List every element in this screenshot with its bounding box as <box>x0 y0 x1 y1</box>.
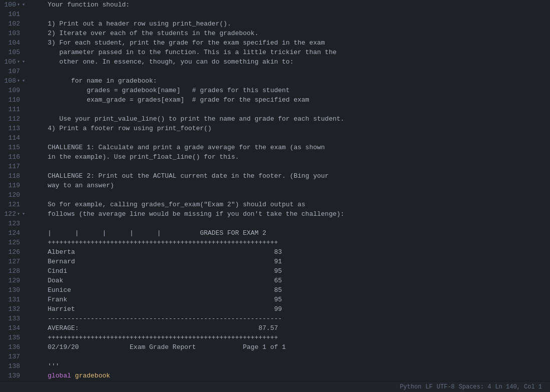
code-line-113: 4) Print a footer row using print_footer… <box>32 124 550 133</box>
line-number-134: 134 <box>0 323 24 333</box>
code-line-135: ++++++++++++++++++++++++++++++++++++++++… <box>32 333 550 342</box>
line-number-115: 115 <box>0 143 24 152</box>
line-number-121: 121 <box>0 200 24 209</box>
encoding-indicator[interactable]: UTF-8 <box>437 383 455 390</box>
code-line-111 <box>32 105 550 114</box>
language-indicator[interactable]: Python <box>400 383 421 390</box>
code-line-115: CHALLENGE 1: Calculate and print a grade… <box>32 143 550 152</box>
code-line-100: Your function should: <box>32 0 550 10</box>
line-number-102: 102 <box>0 19 24 29</box>
line-number-105: 105 <box>0 48 24 57</box>
code-line-105: parameter passed in to the function. Thi… <box>32 48 550 57</box>
line-number-109: 109 <box>0 86 24 95</box>
code-line-126: Alberta 83 <box>32 247 550 257</box>
line-number-139: 139 <box>0 371 24 380</box>
line-ending-label: LF <box>425 383 432 390</box>
code-line-136: 02/19/20 Exam Grade Report Page 1 of 1 <box>32 342 550 352</box>
line-number-140: 140 <box>0 380 24 381</box>
line-number-110: 110 <box>0 95 24 105</box>
code-line-101 <box>32 10 550 19</box>
code-line-106: other one. In essence, though, you can d… <box>32 57 550 67</box>
code-line-104: 3) For each student, print the grade for… <box>32 38 550 48</box>
code-line-102: 1) Print out a header row using print_he… <box>32 19 550 29</box>
code-line-128: Cindi 95 <box>32 266 550 276</box>
code-line-103: 2) Iterate over each of the students in … <box>32 29 550 38</box>
line-number-135: 135 <box>0 333 24 342</box>
code-line-119: way to an answer) <box>32 181 550 190</box>
line-number-136: 136 <box>0 342 24 352</box>
editor-container: 100▾101102103104105106▾107108▾1091101111… <box>0 0 550 392</box>
line-number-127: 127 <box>0 257 24 266</box>
code-line-130: Eunice 85 <box>32 285 550 295</box>
line-number-129: 129 <box>0 276 24 285</box>
line-number-112: 112 <box>0 114 24 124</box>
line-number-122: 122▾ <box>0 209 24 219</box>
line-col-label: Ln 140, Col 1 <box>495 383 542 390</box>
line-ending-indicator[interactable]: LF <box>425 383 432 390</box>
line-col-indicator: Ln 140, Col 1 <box>495 383 542 390</box>
code-line-131: Frank 95 <box>32 295 550 304</box>
line-number-132: 132 <box>0 304 24 314</box>
code-line-138: ''' <box>32 361 550 371</box>
code-line-134: AVERAGE: 87.57 <box>32 323 550 333</box>
line-number-131: 131 <box>0 295 24 304</box>
code-content[interactable]: Your function should: 1) Print out a hea… <box>28 0 550 381</box>
bottom-bar: Python LF UTF-8 Spaces: 4 Ln 140, Col 1 <box>0 381 550 392</box>
code-line-132: Harriet 99 <box>32 304 550 314</box>
language-label: Python <box>400 383 421 390</box>
code-line-112: Use your print_value_line() to print the… <box>32 114 550 124</box>
code-line-116: in the example). Use print_float_line() … <box>32 152 550 162</box>
code-line-133: ----------------------------------------… <box>32 314 550 323</box>
code-line-139: global gradebook <box>32 371 550 380</box>
code-line-122: follows (the average line would be missi… <box>32 209 550 219</box>
line-number-100: 100▾ <box>0 0 24 10</box>
line-number-114: 114 <box>0 133 24 143</box>
line-number-119: 119 <box>0 181 24 190</box>
code-line-107 <box>32 67 550 76</box>
line-number-107: 107 <box>0 67 24 76</box>
line-number-124: 124 <box>0 228 24 238</box>
code-line-127: Bernard 91 <box>32 257 550 266</box>
spaces-indicator[interactable]: Spaces: 4 <box>459 383 491 390</box>
line-number-106: 106▾ <box>0 57 24 67</box>
code-line-137 <box>32 352 550 361</box>
line-numbers: 100▾101102103104105106▾107108▾1091101111… <box>0 0 28 381</box>
code-line-120 <box>32 190 550 200</box>
code-line-108: for name in gradebook: <box>32 76 550 86</box>
line-number-133: 133 <box>0 314 24 323</box>
code-area: 100▾101102103104105106▾107108▾1091101111… <box>0 0 550 381</box>
line-number-111: 111 <box>0 105 24 114</box>
line-number-116: 116 <box>0 152 24 162</box>
code-line-124: | | | | | GRADES FOR EXAM 2 <box>32 228 550 238</box>
code-line-125: ++++++++++++++++++++++++++++++++++++++++… <box>32 238 550 247</box>
line-number-130: 130 <box>0 285 24 295</box>
line-number-125: 125 <box>0 238 24 247</box>
code-line-114 <box>32 133 550 143</box>
code-line-129: Doak 65 <box>32 276 550 285</box>
line-number-118: 118 <box>0 171 24 181</box>
line-number-103: 103 <box>0 29 24 38</box>
code-line-109: grades = gradebook[name] # grades for th… <box>32 86 550 95</box>
encoding-label: UTF-8 <box>437 383 455 390</box>
line-number-117: 117 <box>0 162 24 171</box>
code-line-118: CHALLENGE 2: Print out the ACTUAL curren… <box>32 171 550 181</box>
line-number-128: 128 <box>0 266 24 276</box>
line-number-123: 123 <box>0 219 24 228</box>
line-number-108: 108▾ <box>0 76 24 86</box>
code-line-110: exam_grade = grades[exam] # grade for th… <box>32 95 550 105</box>
line-number-101: 101 <box>0 10 24 19</box>
code-line-121: So for example, calling grades_for_exam(… <box>32 200 550 209</box>
line-number-126: 126 <box>0 247 24 257</box>
code-line-117 <box>32 162 550 171</box>
line-number-104: 104 <box>0 38 24 48</box>
line-number-138: 138 <box>0 361 24 371</box>
spaces-label: Spaces: 4 <box>459 383 491 390</box>
line-number-120: 120 <box>0 190 24 200</box>
code-line-123 <box>32 219 550 228</box>
line-number-137: 137 <box>0 352 24 361</box>
line-number-113: 113 <box>0 124 24 133</box>
